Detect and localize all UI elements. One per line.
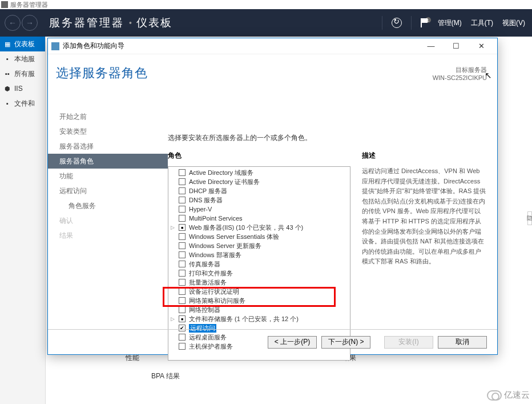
nav-back-button[interactable]: ← — [5, 15, 21, 31]
breadcrumb-separator: • — [129, 18, 132, 27]
app-title-bar: 服务器管理器 — [0, 0, 532, 9]
header-subtitle: 仪表板 — [136, 15, 172, 30]
separator — [411, 16, 412, 30]
role-item[interactable]: 网络策略和访问服务 — [168, 296, 350, 305]
role-checkbox[interactable] — [179, 242, 186, 249]
role-checkbox[interactable] — [179, 251, 186, 258]
role-label: Windows Server 更新服务 — [189, 242, 261, 250]
wizard-nav-role-services[interactable]: 角色服务 — [48, 198, 168, 213]
role-checkbox[interactable] — [179, 270, 186, 277]
install-button[interactable]: 安装(I) — [384, 336, 433, 349]
wizard-nav-remote-access[interactable]: 远程访问 — [48, 183, 168, 198]
role-item[interactable]: Windows Server Essentials 体验 — [168, 232, 350, 241]
dashboard-icon: ▦ — [3, 40, 11, 48]
role-item[interactable]: 传真服务器 — [168, 259, 350, 269]
wizard-heading: 选择服务器角色 ↖ — [48, 54, 497, 82]
sidebar-item-dashboard[interactable]: ▦仪表板 — [0, 37, 45, 51]
sidebar-item-iis[interactable]: ⬢IIS — [0, 81, 45, 96]
role-item[interactable]: ▷文件和存储服务 (1 个已安装，共 12 个) — [168, 314, 350, 323]
minimize-button[interactable]: — — [418, 39, 444, 54]
role-label: 打印和文件服务 — [189, 269, 233, 278]
role-item[interactable]: 打印和文件服务 — [168, 269, 350, 278]
wizard-instruction: 选择要安装在所选服务器上的一个或多个角色。 — [168, 133, 487, 143]
refresh-icon[interactable] — [392, 18, 402, 28]
wizard-nav-server-select[interactable]: 服务器选择 — [48, 139, 168, 154]
role-label: Windows 部署服务 — [189, 251, 241, 259]
role-label: 设备运行状况证明 — [189, 287, 239, 296]
role-checkbox[interactable] — [179, 297, 186, 304]
role-label: Hyper-V — [189, 206, 212, 213]
role-checkbox[interactable] — [179, 215, 186, 222]
wizard-icon — [51, 42, 59, 50]
header-title: 服务器管理器 — [49, 15, 124, 30]
maximize-button[interactable]: ☐ — [444, 39, 469, 54]
role-item[interactable]: Windows 部署服务 — [168, 250, 350, 259]
role-item[interactable]: MultiPoint Services — [168, 214, 350, 223]
nav-forward-button[interactable]: → — [22, 15, 38, 31]
role-label: DHCP 服务器 — [189, 187, 227, 195]
separator — [382, 16, 382, 30]
role-item[interactable]: Active Directory 证书服务 — [168, 177, 350, 186]
role-checkbox[interactable] — [179, 279, 186, 286]
menu-tools[interactable]: 工具(T) — [471, 18, 493, 28]
wizard-titlebar[interactable]: 添加角色和功能向导 — ☐ ✕ — [48, 38, 497, 54]
role-item[interactable]: DHCP 服务器 — [168, 186, 350, 195]
role-label: 文件和存储服务 (1 个已安装，共 12 个) — [189, 315, 299, 323]
sidebar: ▦仪表板 ▪本地服 ▪▪所有服 ⬢IIS ▪文件和 — [0, 37, 46, 404]
app-title: 服务器管理器 — [10, 1, 48, 9]
menu-manage[interactable]: 管理(M) — [438, 18, 462, 28]
cancel-button[interactable]: 取消 — [438, 336, 487, 349]
wizard-nav-confirm[interactable]: 确认 — [48, 213, 168, 228]
role-checkbox[interactable] — [179, 233, 186, 240]
roles-heading: 角色 — [168, 151, 350, 161]
server-icon: ▪ — [3, 55, 11, 63]
wizard-nav-features[interactable]: 功能 — [48, 169, 168, 183]
role-checkbox[interactable] — [179, 197, 186, 203]
wizard-nav-results[interactable]: 结果 — [48, 228, 168, 243]
watermark: 亿速云 — [487, 390, 530, 401]
wizard-nav-install-type[interactable]: 安装类型 — [48, 124, 168, 139]
role-checkbox[interactable] — [179, 178, 186, 185]
app-icon — [1, 1, 8, 8]
close-button[interactable]: ✕ — [469, 39, 494, 54]
side-tab[interactable]: 隐 — [527, 211, 532, 225]
role-checkbox[interactable] — [179, 315, 186, 322]
wizard-nav-server-roles[interactable]: 服务器角色 — [48, 154, 168, 169]
next-button[interactable]: 下一步(N) > — [321, 336, 370, 349]
role-checkbox[interactable] — [179, 169, 186, 176]
prev-button[interactable]: < 上一步(P) — [268, 336, 317, 349]
servers-icon: ▪▪ — [3, 70, 11, 78]
sidebar-item-files[interactable]: ▪文件和 — [0, 96, 45, 111]
expand-icon[interactable]: ▷ — [171, 316, 175, 322]
role-label: Active Directory 域服务 — [189, 169, 253, 177]
notifications-icon[interactable]: 1 — [421, 18, 429, 27]
role-label: Windows Server Essentials 体验 — [189, 233, 279, 241]
role-item[interactable]: DNS 服务器 — [168, 195, 350, 205]
role-item[interactable]: ▷Web 服务器(IIS) (10 个已安装，共 43 个) — [168, 223, 350, 232]
iis-icon: ⬢ — [3, 85, 11, 93]
expand-icon[interactable]: ▷ — [171, 225, 175, 230]
menu-view[interactable]: 视图(V) — [502, 18, 525, 28]
role-item[interactable]: Hyper-V — [168, 205, 350, 214]
wizard-footer: < 上一步(P) 下一步(N) > 安装(I) 取消 — [48, 329, 497, 354]
role-label: 传真服务器 — [189, 260, 220, 269]
sidebar-item-local[interactable]: ▪本地服 — [0, 51, 45, 66]
role-checkbox[interactable] — [179, 206, 186, 213]
role-item[interactable]: Active Directory 域服务 — [168, 168, 350, 177]
role-checkbox[interactable] — [179, 288, 186, 295]
role-checkbox[interactable] — [179, 306, 186, 313]
app-header: ← → 服务器管理器 • 仪表板 1 管理(M) 工具(T) 视图(V) — [0, 9, 532, 37]
desc-heading: 描述 — [362, 151, 487, 161]
role-item[interactable]: 网络控制器 — [168, 305, 350, 314]
files-icon: ▪ — [3, 99, 11, 107]
role-description: 远程访问通过 DirectAccess、VPN 和 Web 应用程序代理提供无缝… — [362, 166, 487, 267]
wizard-nav-before-begin[interactable]: 开始之前 — [48, 109, 168, 124]
role-item[interactable]: 设备运行状况证明 — [168, 287, 350, 296]
role-checkbox[interactable] — [179, 261, 186, 267]
role-item[interactable]: 批量激活服务 — [168, 278, 350, 287]
role-checkbox[interactable] — [179, 187, 186, 194]
cloud-icon — [487, 390, 502, 401]
role-checkbox[interactable] — [179, 224, 186, 231]
role-item[interactable]: Windows Server 更新服务 — [168, 241, 350, 250]
sidebar-item-all[interactable]: ▪▪所有服 — [0, 66, 45, 81]
